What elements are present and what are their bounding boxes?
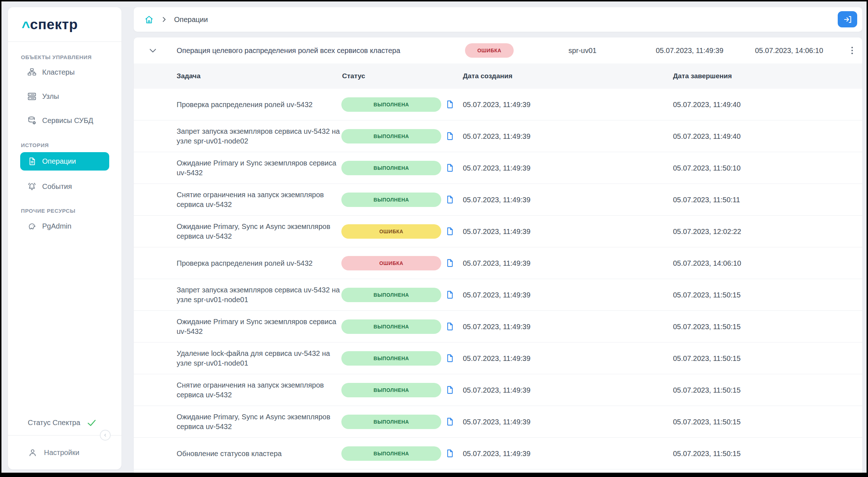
task-finished-date: 05.07.2023, 11:50:15 [673,343,741,374]
task-name: Снятие ограничения на запуск экземпляров… [177,184,346,216]
task-name: Ожидание Primary, Sync и Async экземпляр… [177,406,346,438]
task-finished-date: 05.07.2023, 11:49:40 [673,89,741,120]
settings-row[interactable]: Настройки [8,444,121,461]
table-row: Проверка распределения ролей uv-5432 ВЫП… [134,89,862,120]
task-created-date: 05.07.2023, 11:49:39 [463,343,531,374]
col-header-created: Дата создания [463,63,513,89]
sidebar-item-events[interactable]: События [8,178,121,195]
task-finished-date: 05.07.2023, 11:50:15 [673,279,741,311]
col-header-status: Статус [342,63,365,89]
table-row: Проверка распределения ролей uv-5432 ОШИ… [134,247,862,279]
status-badge: ВЫПОЛНЕНА [341,161,441,175]
settings-label: Настройки [44,449,79,457]
task-log-file-icon[interactable] [445,385,455,395]
operations-icon [27,156,37,166]
sidebar-item-pgadmin[interactable]: PgAdmin [8,217,121,235]
status-badge: ВЫПОЛНЕНА [341,351,441,366]
task-finished-date: 05.07.2023, 11:50:15 [673,374,741,406]
task-log-file-icon[interactable] [445,195,455,204]
sidebar-item-label: Сервисы СУБД [42,116,93,125]
operation-header: Операция целевого распределения ролей вс… [134,37,862,63]
app-logo: ^ спектр [8,7,121,42]
task-log-file-icon[interactable] [445,131,455,141]
status-badge: ОШИБКА [341,256,441,270]
task-log-file-icon[interactable] [445,353,455,363]
task-created-date: 05.07.2023, 11:49:39 [463,279,531,311]
status-badge: ВЫПОЛНЕНА [341,97,441,112]
sidebar-item-nodes[interactable]: Узлы [8,88,121,105]
sidebar-item-label: PgAdmin [42,222,71,230]
task-finished-date: 05.07.2023, 14:06:10 [673,247,741,279]
operation-created-date: 05.07.2023, 11:49:39 [651,37,728,63]
sidebar-item-clusters[interactable]: Кластеры [8,63,121,81]
spektr-status: Статус Спектра [8,414,121,431]
task-created-date: 05.07.2023, 11:49:39 [463,184,531,216]
table-row: Ожидание Primary, Sync и Async экземпляр… [134,216,862,247]
task-log-file-icon[interactable] [445,163,455,173]
col-header-finished: Дата завершения [673,63,732,89]
logo-text: спектр [30,17,78,32]
home-icon[interactable] [144,15,154,25]
sidebar-item-db-services[interactable]: Сервисы СУБД [8,112,121,129]
task-name: Снятие ограничения на запуск экземпляров… [177,374,346,406]
sidebar-item-label: Кластеры [42,68,75,76]
task-created-date: 05.07.2023, 11:49:39 [463,247,531,279]
task-created-date: 05.07.2023, 11:49:39 [463,406,531,438]
task-finished-date: 05.07.2023, 11:50:10 [673,152,741,184]
task-name: Ожидание Primary и Sync экземпляров серв… [177,152,346,184]
chevron-right-icon [160,16,168,23]
sidebar-item-operations[interactable]: Операции [20,152,109,171]
task-created-date: 05.07.2023, 11:49:39 [463,152,531,184]
operation-title: Операция целевого распределения ролей вс… [177,37,400,63]
breadcrumb-page: Операции [174,16,208,24]
task-name: Запрет запуска экземпляров сервиса uv-54… [177,120,346,152]
task-created-date: 05.07.2023, 11:49:39 [463,216,531,247]
operation-panel: Операция целевого распределения ролей вс… [134,37,862,473]
nodes-icon [27,92,37,101]
task-created-date: 05.07.2023, 11:49:39 [463,120,531,152]
section-management-objects: ОБЪЕКТЫ УПРАВЛЕНИЯ [21,54,92,60]
task-log-file-icon[interactable] [445,258,455,268]
clusters-icon [27,67,37,77]
db-services-icon [27,116,37,125]
task-finished-date: 05.07.2023, 11:50:15 [673,438,741,469]
task-log-file-icon[interactable] [445,290,455,300]
task-created-date: 05.07.2023, 11:49:39 [463,374,531,406]
sidebar: ^ спектр ОБЪЕКТЫ УПРАВЛЕНИЯ Кластеры [8,7,121,469]
table-row: Удаление lock-файла для сервиса uv-5432 … [134,343,862,374]
table-row: Ожидание Primary и Sync экземпляров серв… [134,311,862,343]
task-log-file-icon[interactable] [445,100,455,109]
task-name: Обновление статусов кластера [177,438,346,469]
task-name: Проверка распределения ролей uv-5432 [177,89,346,120]
task-name: Запрет запуска экземпляров сервиса uv-54… [177,279,346,311]
col-header-task: Задача [177,63,200,89]
user-settings-icon [28,448,37,458]
task-created-date: 05.07.2023, 11:49:39 [463,311,531,343]
operation-status-badge: ОШИБКА [465,43,514,58]
task-name: Ожидание Primary и Sync экземпляров серв… [177,311,346,343]
breadcrumb: Операции [134,7,862,32]
task-created-date: 05.07.2023, 11:49:39 [463,438,531,469]
main-area: Операции Операция целевого распределения… [134,1,862,473]
task-log-file-icon[interactable] [445,449,455,458]
task-log-file-icon[interactable] [445,226,455,236]
task-log-file-icon[interactable] [445,322,455,331]
sidebar-collapse-button[interactable] [100,430,111,441]
task-log-file-icon[interactable] [445,417,455,427]
chevron-down-icon[interactable] [148,46,158,55]
task-finished-date: 05.07.2023, 11:50:11 [673,184,740,216]
status-badge: ОШИБКА [341,224,441,239]
kebab-menu-icon[interactable] [847,45,858,56]
task-finished-date: 05.07.2023, 11:50:15 [673,311,741,343]
table-row: Запрет запуска экземпляров сервиса uv-54… [134,120,862,152]
status-badge: ВЫПОЛНЕНА [341,288,441,302]
task-finished-date: 05.07.2023, 12:02:22 [673,216,741,247]
logout-button[interactable] [838,11,857,27]
sidebar-item-label: Операции [42,157,76,165]
pgadmin-icon [27,221,37,231]
task-name: Удаление lock-файла для сервиса uv-5432 … [177,343,346,374]
task-name: Проверка распределения ролей uv-5432 [177,247,346,279]
task-created-date: 05.07.2023, 11:49:39 [463,89,531,120]
table-row: Снятие ограничения на запуск экземпляров… [134,184,862,216]
task-name: Ожидание Primary, Sync и Async экземпляр… [177,216,346,247]
